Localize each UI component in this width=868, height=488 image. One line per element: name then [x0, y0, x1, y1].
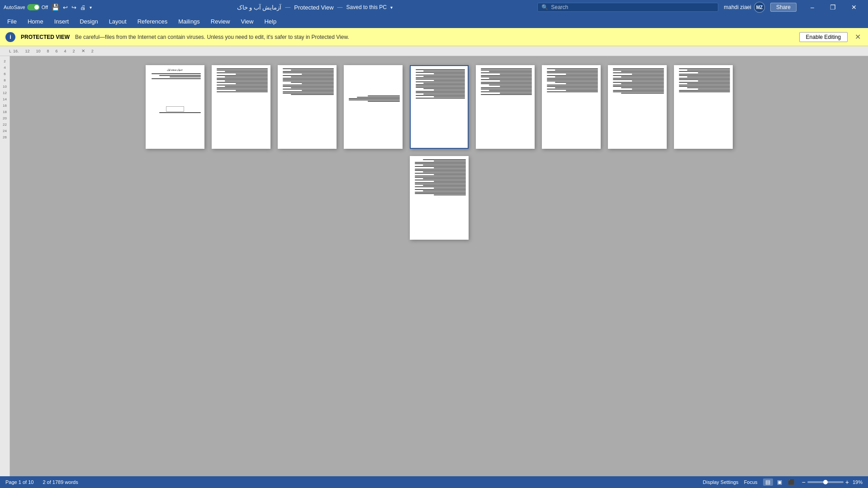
zoom-area: − + 19%	[802, 479, 863, 486]
view-icons: ▤ ▣ ⬛	[763, 479, 797, 486]
page-10[interactable]: -	[410, 156, 469, 240]
page-3[interactable]	[278, 65, 337, 149]
share-button[interactable]: Share	[770, 3, 797, 12]
saved-status: Saved to this PC	[346, 4, 387, 10]
page-9[interactable]	[674, 65, 733, 149]
menu-design[interactable]: Design	[74, 16, 103, 27]
ruler-icon: ✕	[81, 48, 85, 53]
autosave-toggle[interactable]	[27, 4, 40, 10]
protected-icon: i	[5, 32, 15, 42]
print-layout-icon[interactable]: ▣	[775, 479, 785, 486]
enable-editing-button[interactable]: Enable Editing	[799, 32, 848, 42]
page-8[interactable]	[608, 65, 667, 149]
status-bar: Page 1 of 10 2 of 1789 words Display Set…	[0, 476, 868, 488]
menu-layout[interactable]: Layout	[104, 16, 132, 27]
title-bar-left: AutoSave Off 💾 ↩ ↪ 🖨 ▾	[4, 4, 92, 11]
menu-file[interactable]: File	[2, 16, 22, 27]
save-icon[interactable]: 💾	[52, 4, 59, 11]
protected-message: Be careful—files from the Internet can c…	[75, 34, 794, 40]
search-box[interactable]: 🔍	[537, 3, 718, 12]
menu-mailings[interactable]: Mailings	[173, 16, 205, 27]
document-title: آزمایش آب و خاک	[237, 4, 282, 11]
zoom-in-button[interactable]: +	[845, 479, 849, 486]
avatar[interactable]: MZ	[754, 2, 765, 13]
undo-icon[interactable]: ↩	[63, 4, 68, 11]
search-input[interactable]	[551, 4, 714, 10]
redo-icon[interactable]: ↪	[71, 4, 76, 11]
zoom-level: 19%	[853, 479, 863, 485]
page-5[interactable]	[410, 65, 469, 149]
protected-title: PROTECTED VIEW	[21, 34, 70, 40]
separator2: —	[337, 4, 343, 10]
status-right: Display Settings Focus ▤ ▣ ⬛ − + 19%	[703, 479, 863, 486]
web-layout-icon[interactable]: ⬛	[787, 479, 797, 486]
window-controls: – ❐ ✕	[802, 0, 864, 14]
menu-insert[interactable]: Insert	[49, 16, 75, 27]
menu-home[interactable]: Home	[22, 16, 49, 27]
page-info: Page 1 of 10	[5, 479, 33, 485]
page-7[interactable]	[542, 65, 601, 149]
title-bar-center: آزمایش آب و خاک — Protected View — Saved…	[237, 4, 393, 11]
display-settings-button[interactable]: Display Settings	[703, 479, 739, 485]
zoom-thumb	[823, 480, 828, 484]
focus-button[interactable]: Focus	[744, 479, 758, 485]
close-button[interactable]: ✕	[844, 0, 864, 14]
print-icon[interactable]: 🖨	[80, 4, 86, 11]
search-icon: 🔍	[541, 4, 548, 10]
menu-view[interactable]: View	[235, 16, 259, 27]
dropdown-icon[interactable]: ▾	[390, 5, 393, 10]
restore-button[interactable]: ❐	[823, 0, 844, 14]
vertical-ruler: 2 4 6 8 10 12 14 16 18 20 22 24 26	[0, 56, 10, 476]
autosave-state: Off	[42, 5, 48, 10]
zoom-out-button[interactable]: −	[802, 479, 806, 486]
menu-bar: File Home Insert Design Layout Reference…	[0, 14, 868, 28]
page-4[interactable]	[344, 65, 403, 149]
protected-banner: i PROTECTED VIEW Be careful—files from t…	[0, 28, 868, 46]
word-count: 2 of 1789 words	[43, 479, 78, 485]
separator: —	[285, 4, 290, 10]
user-name: mahdi ziaei	[724, 4, 751, 10]
zoom-slider[interactable]	[807, 481, 844, 483]
document-canvas[interactable]: عنوان صفحه اول	[10, 56, 868, 476]
horizontal-ruler: L 16. 12 10 8 6 4 2 ✕ 2	[0, 46, 868, 56]
customize-icon[interactable]: ▾	[90, 5, 92, 10]
minimize-button[interactable]: –	[802, 0, 823, 14]
read-mode-icon[interactable]: ▤	[763, 479, 773, 486]
autosave-label: AutoSave	[4, 5, 25, 10]
page-1[interactable]: عنوان صفحه اول	[146, 65, 204, 149]
title-bar: AutoSave Off 💾 ↩ ↪ 🖨 ▾ آزمایش آب و خاک —…	[0, 0, 868, 14]
menu-help[interactable]: Help	[259, 16, 282, 27]
main-area: 2 4 6 8 10 12 14 16 18 20 22 24 26 عنوان…	[0, 56, 868, 476]
menu-references[interactable]: References	[132, 16, 173, 27]
page-6[interactable]	[476, 65, 535, 149]
pages-grid: عنوان صفحه اول	[123, 65, 756, 240]
menu-review[interactable]: Review	[205, 16, 236, 27]
protected-view-label: Protected View	[294, 4, 333, 11]
autosave-area[interactable]: AutoSave Off	[4, 4, 48, 10]
user-area: mahdi ziaei MZ	[724, 2, 765, 13]
status-left: Page 1 of 10 2 of 1789 words	[5, 479, 78, 485]
page-2[interactable]	[212, 65, 270, 149]
close-banner-button[interactable]: ✕	[853, 32, 863, 42]
